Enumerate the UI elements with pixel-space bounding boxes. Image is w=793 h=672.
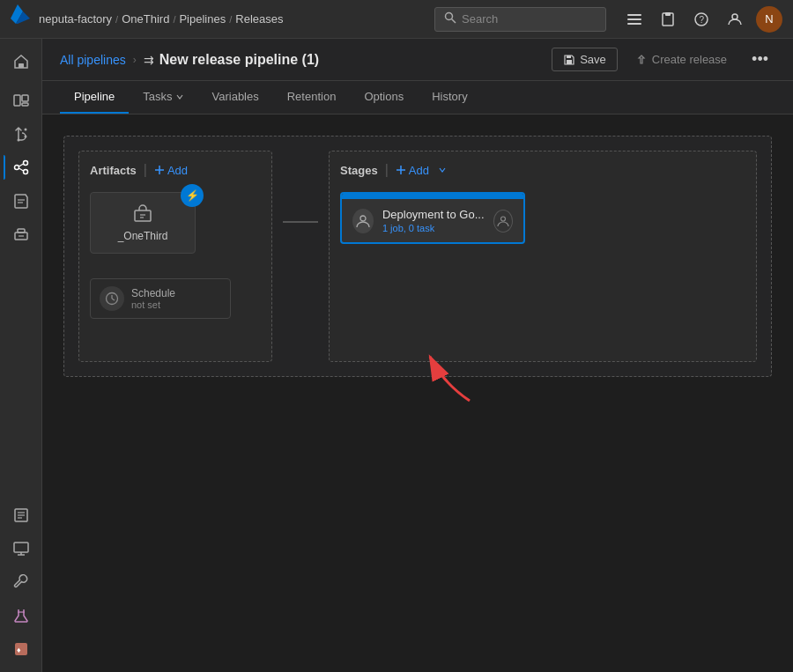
stage-type-icon [352, 209, 374, 233]
svg-point-52 [500, 217, 505, 221]
breadcrumb-pipelines[interactable]: Pipelines [179, 12, 226, 26]
account-icon[interactable] [723, 7, 747, 32]
artifact-build-icon [101, 203, 184, 225]
schedule-sublabel: not set [131, 299, 175, 310]
svg-line-22 [19, 164, 23, 166]
artifacts-divider: | [144, 162, 147, 178]
help-icon[interactable]: ? [689, 7, 714, 32]
stages-add-label: Add [409, 164, 429, 177]
save-label: Save [580, 53, 606, 66]
svg-point-2 [446, 12, 453, 19]
stage-card-wrapper: Deployment to Go... 1 job, 0 task [340, 192, 745, 244]
tab-options[interactable]: Options [350, 81, 418, 114]
tab-history[interactable]: History [418, 81, 481, 114]
sidebar-item-pipelines[interactable] [4, 151, 39, 183]
svg-point-21 [23, 170, 27, 174]
stages-header: Stages | Add [340, 162, 745, 178]
tab-pipeline[interactable]: Pipeline [60, 81, 129, 114]
sidebar-item-artifacts[interactable] [4, 218, 39, 250]
breadcrumb-sep-1: / [115, 14, 118, 25]
sidebar-item-monitor[interactable] [4, 533, 39, 565]
stage-name: Deployment to Go... [382, 208, 485, 221]
lightning-icon: ⚡ [186, 189, 199, 202]
sidebar: ♦ [0, 39, 42, 672]
all-pipelines-link[interactable]: All pipelines [60, 53, 126, 67]
svg-point-19 [14, 166, 19, 170]
svg-rect-33 [14, 543, 28, 552]
stages-title: Stages [340, 164, 378, 177]
search-input[interactable] [462, 12, 597, 26]
badge-icon[interactable] [656, 7, 680, 32]
pipeline-canvas-area: Artifacts | Add [42, 114, 793, 672]
schedule-info: Schedule not set [131, 287, 175, 310]
header-actions: Save Create release ••• [552, 46, 775, 73]
stage-info: Deployment to Go... 1 job, 0 task [382, 208, 485, 233]
stages-section: Stages | Add [329, 151, 757, 362]
schedule-card[interactable]: Schedule not set [90, 278, 231, 319]
breadcrumb-releases[interactable]: Releases [235, 12, 283, 26]
svg-rect-4 [627, 14, 641, 16]
svg-line-48 [112, 299, 115, 300]
main-content: All pipelines › ⇉ New release pipeline (… [42, 39, 793, 672]
sidebar-item-home[interactable] [4, 46, 39, 78]
sidebar-item-wiki[interactable] [4, 499, 39, 531]
avatar[interactable]: N [756, 6, 782, 33]
artifacts-add-button[interactable]: Add [154, 164, 188, 177]
svg-rect-27 [18, 229, 25, 233]
artifacts-add-label: Add [167, 164, 188, 177]
search-box[interactable] [434, 7, 606, 32]
svg-rect-5 [627, 18, 641, 20]
artifacts-header: Artifacts | Add [90, 162, 261, 178]
svg-rect-6 [627, 23, 641, 25]
artifact-card[interactable]: ⚡ _OneThird [90, 192, 196, 254]
svg-rect-13 [14, 95, 20, 106]
more-options-button[interactable]: ••• [745, 46, 775, 73]
sub-header: All pipelines › ⇉ New release pipeline (… [42, 39, 793, 81]
sidebar-item-repos[interactable] [4, 118, 39, 150]
breadcrumb-sep-3: / [229, 14, 232, 25]
azure-logo[interactable] [11, 4, 32, 26]
sidebar-item-boards[interactable] [4, 85, 39, 116]
breadcrumb-project[interactable]: OneThird [122, 12, 169, 26]
sidebar-item-flask[interactable] [4, 600, 39, 631]
stages-add-button[interactable]: Add [396, 164, 429, 177]
tab-retention[interactable]: Retention [273, 81, 351, 114]
artifact-name: _OneThird [101, 230, 184, 242]
schedule-label-text: Schedule [131, 287, 175, 299]
sidebar-item-tools[interactable] [4, 566, 39, 598]
svg-point-17 [24, 129, 26, 131]
tab-tasks[interactable]: Tasks [129, 81, 197, 114]
stages-add-chevron [438, 166, 447, 174]
stages-divider: | [385, 162, 389, 178]
breadcrumb: neputa-factory / OneThird / Pipelines / … [39, 12, 283, 26]
create-release-button[interactable]: Create release [625, 48, 737, 70]
pipeline-canvas: Artifacts | Add [63, 136, 772, 377]
svg-rect-8 [665, 12, 671, 16]
tab-bar: Pipeline Tasks Variables Retention Optio… [42, 81, 793, 114]
artifacts-title: Artifacts [90, 164, 137, 177]
top-bar-icons: ? N [622, 6, 782, 33]
svg-point-11 [732, 14, 737, 19]
avatar-initials: N [765, 12, 773, 26]
svg-line-3 [452, 18, 456, 23]
breadcrumb-sep-2: / [173, 14, 175, 25]
connector-line [283, 221, 318, 223]
artifacts-section: Artifacts | Add [78, 151, 272, 362]
tab-variables[interactable]: Variables [198, 81, 273, 114]
sidebar-item-bottom[interactable]: ♦ [4, 633, 39, 665]
svg-rect-39 [567, 60, 572, 64]
save-button[interactable]: Save [552, 48, 618, 71]
svg-text:♦: ♦ [17, 646, 21, 654]
svg-rect-12 [19, 63, 24, 68]
stage-card[interactable]: Deployment to Go... 1 job, 0 task [340, 192, 525, 244]
pipeline-release-icon: ⇉ [144, 53, 154, 67]
svg-rect-15 [22, 103, 28, 106]
stage-user-button[interactable] [493, 210, 513, 233]
sidebar-item-testplans[interactable] [4, 185, 39, 217]
artifact-card-wrapper: ⚡ _OneThird [90, 192, 196, 264]
breadcrumb-org[interactable]: neputa-factory [39, 12, 112, 26]
search-icon [444, 11, 456, 27]
breadcrumb-chevron: › [133, 54, 137, 66]
list-icon[interactable] [622, 7, 647, 32]
svg-point-20 [23, 161, 27, 166]
